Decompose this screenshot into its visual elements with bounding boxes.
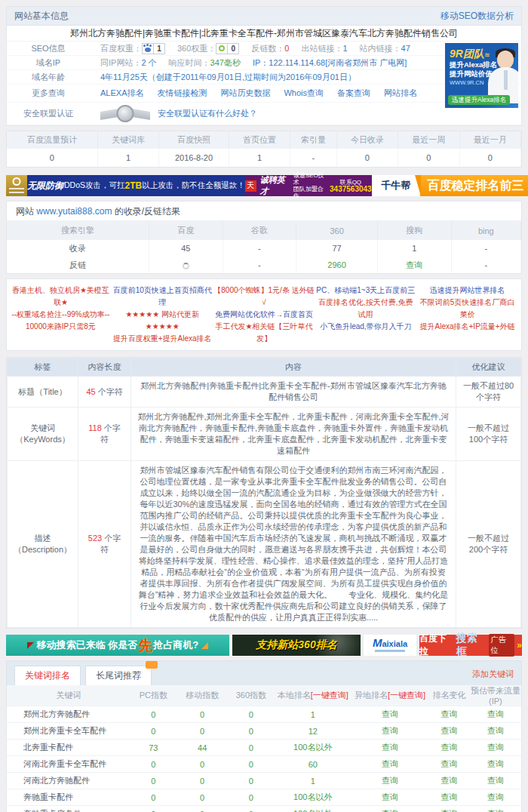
- rank-change-query-link[interactable]: 查询: [441, 759, 457, 768]
- pc-index: 0: [130, 789, 177, 806]
- friend-link-check-link[interactable]: 友情链接检测: [157, 88, 207, 99]
- 360-index: 0: [228, 740, 274, 756]
- icp-record-link[interactable]: 备案查询: [337, 88, 370, 99]
- keyword-rank-panel: 关键词排名 长尾词推荐 添加关键词 关键词 PC指数 移动指数 360指数 本地…: [6, 660, 522, 812]
- keyword-row: 奔驰重卡底盘件000100名以外查询查询查询: [7, 806, 521, 812]
- meta-keywords-row: 关键词（KeyWords） 118 个字符 郑州北方奔驰配件,郑州北奔重卡全车配…: [8, 408, 521, 461]
- baidu-weight-value: 1: [154, 43, 165, 54]
- security-benefit-link[interactable]: 安全联盟认证有什么好处？: [158, 108, 257, 119]
- text-ad-4[interactable]: PC、移动端1~3天上百度前三 百度排名优化,按天付费,免费试用 小飞鱼升lea…: [315, 285, 416, 345]
- traffic-query-link[interactable]: 查询: [487, 759, 504, 768]
- pc-index: 0: [130, 806, 177, 812]
- traffic-query-link[interactable]: 查询: [487, 792, 504, 801]
- backlink-sogou-query-link[interactable]: 查询: [406, 260, 422, 269]
- mobile-seo-analysis-link[interactable]: 移动SEO数据分析: [441, 7, 514, 25]
- col-bing: bing: [451, 221, 520, 240]
- 360-index: 0: [228, 756, 274, 773]
- domain-age-value: 4年11月25天（创建于2011年09月01日,过期时间为2016年09月01日…: [100, 72, 356, 83]
- remote-rank-query-link[interactable]: 查询: [382, 726, 398, 735]
- seo-recruit-ad[interactable]: 天 诚聘英才 诚邀SEO技术团队加盟合作 联系QQ3437563043: [245, 175, 372, 196]
- traffic-query-link[interactable]: 查询: [487, 726, 504, 735]
- row-label: 域名IP: [7, 57, 90, 69]
- mobile-index: 0: [177, 723, 228, 740]
- keyword-name: 郑州北奔重卡全车配件: [7, 723, 130, 740]
- mobile-search-ad[interactable]: 移动搜索已来临 你是否 先 抢占商机?: [6, 635, 229, 656]
- cloud-security-badge[interactable]: [6, 175, 27, 196]
- mobile-index: 0: [177, 806, 228, 812]
- alexa-boost-button[interactable]: 迅速提升Alexa排名: [448, 95, 510, 105]
- keyword-name: 北奔重卡配件: [7, 740, 130, 756]
- 360-index: 0: [228, 723, 274, 740]
- local-rank: 100名以外: [275, 806, 351, 812]
- rank-change-query-link[interactable]: 查询: [441, 809, 457, 812]
- tab-keyword-rank[interactable]: 关键词排名: [14, 666, 81, 685]
- 360-index: 0: [228, 806, 274, 812]
- baidu-weight-icon[interactable]: [142, 43, 154, 54]
- traffic-query-link[interactable]: 查询: [487, 743, 504, 752]
- backlink-360-link[interactable]: 2960: [327, 260, 345, 269]
- col-search-engine: 搜索引擎: [7, 221, 149, 240]
- remote-rank-query-link[interactable]: 查询: [382, 809, 398, 812]
- col-baidu-snapshot: 百度快照: [159, 131, 229, 149]
- keyword-name: 奔驰重卡底盘件: [7, 806, 130, 812]
- rank-change-query-link[interactable]: 查询: [441, 792, 457, 801]
- alexa-boost-ad[interactable]: 9R团队≋ 提升Alexa排名 提升网站价值 WWW.9R.CN 迅速提升Ale…: [445, 43, 518, 108]
- rank-change-query-link[interactable]: 查询: [441, 726, 457, 735]
- maixiala-logo[interactable]: Maixiala: [364, 635, 416, 656]
- backlinks-label: 反链数：: [251, 43, 284, 54]
- keyword-row: 郑州北方奔驰配件0001查询查询查询: [7, 706, 521, 723]
- domain-age-row: 域名年龄 4年11月25天（创建于2011年09月01日,过期时间为2016年0…: [7, 70, 521, 85]
- pc-index: 0: [130, 773, 177, 789]
- ddos-protection-ad[interactable]: 无限防御 DDoS攻击，可扛 2TB 以上攻击，防不住全额退款！: [27, 175, 245, 196]
- traffic-query-link[interactable]: 查询: [487, 809, 504, 812]
- remote-rank-query-link[interactable]: 查询: [382, 709, 398, 718]
- remote-rank-query-link[interactable]: 查询: [382, 759, 398, 768]
- mobile-index: 0: [177, 756, 228, 773]
- security-badge-icon: [100, 105, 150, 123]
- remote-rank-query-link[interactable]: 查询: [382, 792, 398, 801]
- outlinks-value[interactable]: 1: [342, 44, 347, 53]
- ad-strip-bottom: 移动搜索已来临 你是否 先 抢占商机? 支持新站360排名 Maixiala 百…: [6, 635, 522, 656]
- new-site-360-ad[interactable]: 支持新站360排名: [232, 635, 361, 656]
- whois-link[interactable]: Whois查询: [284, 88, 324, 99]
- remote-rank-query-link[interactable]: 查询: [382, 743, 398, 752]
- keyword-tabbar: 关键词排名 长尾词推荐 添加关键词: [6, 660, 522, 685]
- collect-title: 网站 www.yutai888.com 的收录/反链结果: [7, 201, 521, 221]
- triangle-down-icon: [27, 642, 34, 649]
- remote-rank-query-link[interactable]: 查询: [382, 776, 398, 785]
- weight360-label: 360权重：: [177, 43, 216, 54]
- alexa-rank-link[interactable]: ALEXA排名: [100, 88, 143, 99]
- keyword-name: 河南北奔重卡全车配件: [7, 756, 130, 773]
- pc-index: 73: [130, 740, 177, 756]
- local-rank-query-all-link[interactable]: [一键查询]: [311, 691, 348, 700]
- same-ip-value[interactable]: 2 个: [141, 57, 156, 69]
- traffic-query-link[interactable]: 查询: [487, 709, 504, 718]
- site-history-link[interactable]: 网站历史数据: [220, 88, 270, 99]
- rank-change-query-link[interactable]: 查询: [441, 776, 457, 785]
- inlinks-value[interactable]: 47: [401, 44, 410, 53]
- baidu-rank-ad[interactable]: 百度稳定排名前三 350元/月: [420, 175, 528, 196]
- seo-info-row: SEO信息 百度权重： 1 360权重： 0 反链数： 0 出站链接： 1 站内…: [7, 42, 521, 56]
- ip-value[interactable]: IP：122.114.114.68[河南省郑州市 广电网]: [253, 57, 407, 69]
- baidu-dropdown-ad[interactable]: 百度下拉 搜索框 广告位 »: [419, 635, 522, 656]
- keyword-row: 北奔重卡配件73440100名以外查询查询查询: [7, 740, 521, 756]
- remote-rank-query-all-link[interactable]: [一键查询]: [388, 691, 425, 700]
- text-ad-1[interactable]: 香港主机、独立机房★美橙互联★ --权重域名抢注--99%成功率-- 10000…: [10, 285, 112, 345]
- keyword-row: 河南北奔重卡全车配件00060查询查询查询: [7, 756, 521, 773]
- rank-change-query-link[interactable]: 查询: [441, 743, 457, 752]
- add-keyword-link[interactable]: 添加关键词: [472, 669, 514, 683]
- col-baidu-traffic: 百度流量预计: [7, 131, 97, 149]
- text-ad-5[interactable]: 迅速提升网站世界排名 不限词前5页快速排名厂商白菜价 提升Alexa排名+IP流…: [416, 285, 518, 345]
- rank-change-query-link[interactable]: 查询: [441, 709, 457, 718]
- text-ad-3[interactable]: 【8000个蜘蛛】1元/条 送外链 √ 免费网站优化软件→百度首页 手工代发★相…: [213, 285, 315, 345]
- text-ad-2[interactable]: 百度前10页快速上首页招商代理 ★★★★★ 网站代更新 ★★★★★ 提升百度权重…: [112, 285, 213, 345]
- tab-longtail-suggest[interactable]: 长尾词推荐: [85, 666, 152, 685]
- meta-title-row: 标题（Title） 45 个字符 郑州北方奔驰配件|奔驰重卡配件|北奔重卡全车配…: [8, 377, 521, 408]
- traffic-query-link[interactable]: 查询: [487, 776, 504, 785]
- weight360-icon[interactable]: [216, 43, 228, 54]
- qianniubang-brand[interactable]: 千牛帮: [372, 175, 420, 196]
- domain-link[interactable]: www.yutai888.com: [36, 206, 112, 217]
- site-rank-link[interactable]: 网站排名: [384, 88, 417, 99]
- keyword-row: 奔驰重卡配件000100名以外查询查询查询: [7, 789, 521, 806]
- text-ads-panel: 香港主机、独立机房★美橙互联★ --权重域名抢注--99%成功率-- 10000…: [6, 278, 522, 351]
